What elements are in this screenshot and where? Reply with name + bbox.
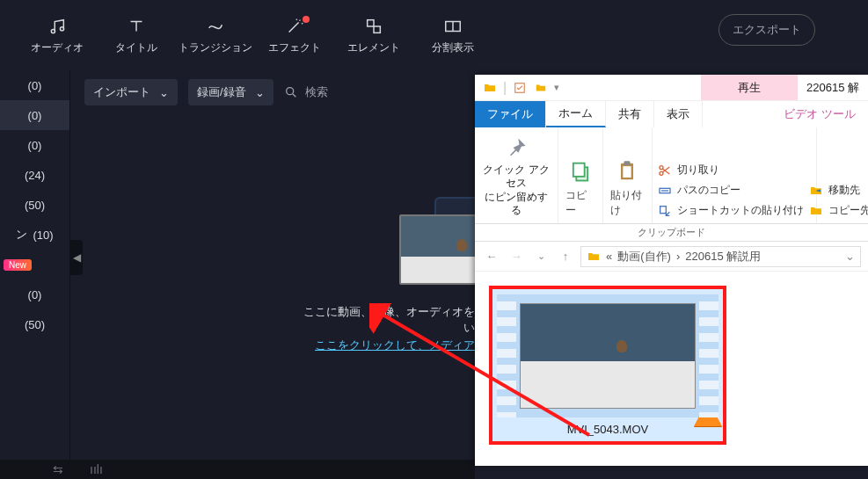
ribbon-tab-share[interactable]: 共有	[606, 101, 654, 127]
ribbon-tab-video-tools[interactable]: ビデオ ツール	[771, 101, 868, 127]
video-thumbnail	[497, 294, 718, 417]
file-name-label: MVI_5043.MOV	[567, 423, 649, 436]
ribbon-copy-group: コピー	[558, 127, 603, 223]
path-folder-2[interactable]: 220615 解説用	[685, 249, 761, 265]
explorer-nav-bar: ← → ⌄ ↑ « 動画(自作) › 220615 解説用 ⌄	[475, 242, 868, 272]
tab-effect[interactable]: エフェクト	[255, 9, 334, 62]
copy-to-icon	[809, 204, 823, 218]
explorer-file-pane[interactable]: MVI_5043.MOV	[475, 272, 868, 459]
tab-transition[interactable]: トランジション	[176, 9, 255, 62]
cut-button[interactable]: 切り取り	[658, 163, 804, 178]
ribbon-paste-group: 貼り付け	[603, 127, 653, 223]
ribbon-group-label-clipboard: クリップボード	[475, 224, 868, 242]
nav-history-chevron[interactable]: ⌄	[531, 250, 551, 262]
tab-element[interactable]: エレメント	[334, 9, 413, 62]
media-sidebar: (0) (0) (0) (24) (50) ン (10) New (0) (50…	[0, 70, 70, 479]
path-sep: ›	[676, 250, 680, 263]
ribbon-clipboard-extras: 切り取り パスのコピー ショートカットの貼り付け	[653, 127, 817, 223]
search-icon	[284, 85, 298, 99]
copy-path-label: パスのコピー	[677, 183, 740, 198]
chevron-down-icon[interactable]: ⌄	[845, 250, 855, 263]
sidebar-item-4[interactable]: (50)	[0, 190, 69, 220]
sidebar-item-2[interactable]: (0)	[0, 130, 69, 160]
paste-button[interactable]: 貼り付け	[610, 156, 645, 218]
tab-audio[interactable]: オーディオ	[18, 9, 97, 62]
svg-rect-8	[573, 163, 585, 177]
pin-label-1: クイック アクセス	[482, 163, 551, 191]
svg-point-1	[60, 26, 63, 30]
paste-shortcut-label: ショートカットの貼り付け	[677, 203, 804, 218]
sidebar-item-1[interactable]: (0)	[0, 100, 69, 130]
move-to-label: 移動先	[828, 183, 860, 198]
tab-title[interactable]: タイトル	[97, 9, 176, 62]
nav-up-button[interactable]: ↑	[556, 250, 575, 263]
file-item-selected[interactable]: MVI_5043.MOV	[489, 286, 726, 445]
play-context-tab[interactable]: 再生	[701, 75, 798, 100]
copy-to-label: コピー先	[828, 203, 868, 218]
pin-icon	[501, 133, 531, 163]
address-bar[interactable]: « 動画(自作) › 220615 解説用 ⌄	[580, 246, 861, 267]
sidebar-item-new[interactable]: New	[0, 250, 69, 279]
split-view-icon	[443, 16, 463, 37]
svg-rect-2	[368, 19, 374, 25]
notification-dot-icon	[303, 16, 310, 23]
folder-small-icon[interactable]	[533, 80, 549, 96]
path-folder-1[interactable]: 動画(自作)	[617, 249, 671, 265]
folder-icon[interactable]	[482, 80, 498, 96]
paste-label: 貼り付け	[610, 188, 645, 218]
copy-label: コピー	[565, 188, 595, 218]
export-button[interactable]: エクスポート	[718, 14, 815, 46]
svg-rect-11	[624, 161, 631, 165]
new-badge: New	[4, 259, 32, 271]
copy-button[interactable]: コピー	[565, 156, 595, 218]
editor-top-tabs: オーディオ タイトル トランジション エフェクト エレメント	[0, 0, 868, 70]
explorer-titlebar: | ▾ 再生 220615 解	[475, 75, 868, 101]
text-icon	[127, 16, 146, 37]
tab-split[interactable]: 分割表示	[413, 9, 492, 62]
copy-to-button[interactable]: コピー先	[809, 203, 868, 218]
svg-rect-15	[660, 206, 667, 213]
cut-label: 切り取り	[677, 163, 719, 178]
sidebar-item-6[interactable]: (0)	[0, 279, 69, 309]
scissors-icon	[658, 163, 672, 178]
pin-to-quick-access-button[interactable]	[501, 133, 531, 163]
play-tab-label: 再生	[738, 80, 761, 96]
file-explorer-window: | ▾ 再生 220615 解 ファイル ホーム 共有 表示 ビデオ ツール	[475, 75, 868, 466]
ribbon-tab-file[interactable]: ファイル	[475, 101, 546, 127]
tab-element-label: エレメント	[347, 40, 400, 55]
record-dropdown-label: 録画/録音	[197, 84, 246, 100]
sidebar-item-3[interactable]: (24)	[0, 160, 69, 190]
search-box[interactable]: 検索	[284, 84, 328, 100]
nav-back-button[interactable]: ←	[482, 250, 501, 263]
copy-path-button[interactable]: パスのコピー	[658, 183, 804, 198]
sidebar-item-7[interactable]: (50)	[0, 309, 69, 339]
record-dropdown[interactable]: 録画/録音 ⌄	[188, 79, 274, 105]
tab-audio-label: オーディオ	[31, 40, 84, 55]
magic-wand-icon	[285, 16, 304, 37]
ribbon-organize-group: 移動先 コピー先	[817, 127, 868, 223]
checkbox-icon[interactable]	[512, 80, 528, 96]
move-to-button[interactable]: 移動先	[809, 183, 868, 198]
explorer-quick-access-toolbar: | ▾	[475, 75, 566, 100]
tab-title-label: タイトル	[115, 40, 157, 55]
sidebar-item-0[interactable]: (0)	[0, 70, 69, 100]
tab-split-label: 分割表示	[432, 40, 474, 55]
nav-forward-button[interactable]: →	[507, 250, 526, 263]
shortcut-icon	[658, 204, 672, 218]
sidebar-item-5[interactable]: ン (10)	[0, 220, 69, 250]
tab-effect-label: エフェクト	[268, 40, 321, 55]
pin-label-2: にピン留めする	[482, 191, 551, 218]
import-dropdown[interactable]: インポート ⌄	[84, 79, 178, 105]
qat-divider: |	[503, 80, 507, 96]
path-icon	[658, 184, 672, 198]
ribbon-tab-home[interactable]: ホーム	[546, 101, 606, 127]
chevron-down-icon: ⌄	[159, 86, 169, 99]
timeline-strip: ⇆ ıılı	[0, 460, 475, 479]
ribbon-tab-view[interactable]: 表示	[654, 101, 703, 127]
path-prefix: «	[606, 250, 612, 263]
folder-icon	[587, 250, 601, 264]
timeline-toggle-icon[interactable]: ⇆	[53, 462, 63, 476]
timeline-marker-icon[interactable]: ıılı	[90, 462, 103, 476]
qat-chevron[interactable]: ▾	[554, 82, 559, 93]
paste-shortcut-button[interactable]: ショートカットの貼り付け	[658, 203, 804, 218]
